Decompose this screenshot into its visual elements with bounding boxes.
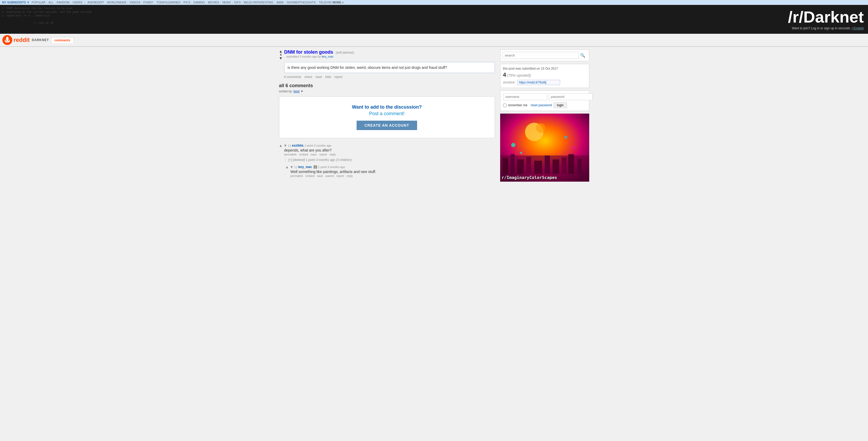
comments-header: all 6 comments: [279, 83, 495, 89]
comment-collapse[interactable]: [-]: [288, 144, 291, 147]
popular-link[interactable]: POPULAR: [32, 1, 45, 4]
videos-link[interactable]: VIDEOS: [129, 1, 141, 4]
nav-sep: -: [105, 1, 106, 4]
snoo-icon: [2, 35, 12, 45]
username-input[interactable]: [503, 94, 547, 100]
pics-link[interactable]: PICS: [183, 1, 190, 4]
downvote-button[interactable]: ▼: [279, 56, 283, 60]
askreddit-link[interactable]: ASKREDDIT: [88, 1, 104, 4]
nav-sep: -: [70, 1, 71, 4]
embed-link[interactable]: embed: [299, 153, 308, 156]
todayilearned-link[interactable]: TODAYILEARNED: [156, 1, 181, 4]
televisi-link[interactable]: TELEVISI: [319, 1, 332, 4]
report-link[interactable]: report: [319, 153, 327, 156]
more-link[interactable]: MORE »: [333, 1, 343, 4]
svg-rect-15: [526, 157, 531, 174]
comment-upvote-2[interactable]: ▲: [285, 165, 289, 169]
create-account-box: Want to add to the discussion? Post a co…: [279, 96, 495, 138]
nav-sep: -: [55, 1, 56, 4]
comment-meta: 1 point 3 months ago: [305, 144, 332, 147]
mildly-link[interactable]: MILDLYINTERESTING: [244, 1, 273, 4]
post-title-link[interactable]: DNM for stolen goods: [284, 49, 333, 55]
report-post-link[interactable]: report: [334, 75, 342, 79]
sort-select[interactable]: best: [294, 90, 300, 93]
comment-author-link[interactable]: exzibita: [292, 144, 303, 147]
nav-sep: -: [242, 1, 243, 4]
reset-password-link[interactable]: reset password: [531, 103, 552, 107]
shortlink-input[interactable]: [517, 80, 560, 85]
gaming-link[interactable]: GAMING: [193, 1, 205, 4]
header-banner: // DOOM determines the sky texture to be…: [0, 5, 868, 34]
comment-count-link[interactable]: 6 comments: [284, 75, 301, 79]
permalink-link[interactable]: permalink: [284, 153, 297, 156]
my-subreddits-link[interactable]: MY SUBREDDITS ▼: [2, 1, 30, 4]
remember-me-checkbox[interactable]: [503, 104, 506, 107]
decorative-svg: [500, 113, 589, 182]
funny-link[interactable]: FUNNY: [143, 1, 153, 4]
submitted-info: this post was submitted on 15 Oct 2017: [503, 67, 586, 70]
nav-sep: -: [206, 1, 207, 4]
reddit-logo[interactable]: reddit: [2, 35, 30, 45]
comment-actions: permalink embed save report reply: [284, 153, 495, 156]
worldnews-link[interactable]: WORLDNEWS: [107, 1, 126, 4]
create-account-button[interactable]: CREATE AN ACCOUNT: [356, 121, 417, 130]
comment-author-link-2[interactable]: tery_mac: [298, 165, 312, 169]
sort-dropdown-icon[interactable]: ▼: [301, 90, 304, 93]
random-link[interactable]: RANDOM: [57, 1, 69, 4]
gifs-link[interactable]: GIFS: [234, 1, 241, 4]
comment-collapse-2[interactable]: [-]: [294, 165, 297, 169]
upvote-button[interactable]: ▲: [279, 49, 283, 53]
report-link-2[interactable]: report: [336, 174, 344, 177]
news-link[interactable]: NEWS: [222, 1, 231, 4]
subreddit-image-label: r/ImaginaryColorScapes: [502, 175, 557, 180]
join-label: Want to join? Log in or sign up in secon…: [792, 27, 852, 30]
nav-sep: -: [285, 1, 286, 4]
reply-link[interactable]: reply: [330, 153, 336, 156]
post-info: DNM for stolen goods (self.darknet) subm…: [284, 49, 354, 58]
expand-collapsed[interactable]: [+]: [288, 158, 292, 162]
comment-body: depends, what are you after?: [284, 148, 495, 152]
share-link[interactable]: share: [305, 75, 312, 79]
comment-body-2: Well something like paintings, artifacts…: [290, 170, 495, 174]
svg-rect-21: [578, 159, 582, 174]
nav-sep: -: [232, 1, 233, 4]
post-meta: submitted 3 months ago by tery_mac: [286, 55, 354, 58]
nav-sep: -: [220, 1, 221, 4]
comment-downvote-2[interactable]: ▼: [290, 165, 293, 169]
post-author-link[interactable]: tery_mac: [322, 55, 334, 58]
users-link[interactable]: USERS: [72, 1, 83, 4]
movies-link[interactable]: MOVIES: [208, 1, 219, 4]
save-link-2[interactable]: save: [317, 174, 323, 177]
all-link[interactable]: ALL: [49, 1, 54, 4]
aww-link[interactable]: AWW: [276, 1, 284, 4]
search-input[interactable]: [502, 52, 579, 59]
save-post-link[interactable]: save: [315, 75, 322, 79]
embed-link-2[interactable]: embed: [306, 174, 314, 177]
top-navigation: MY SUBREDDITS ▼ POPULAR - ALL - RANDOM -…: [0, 0, 868, 5]
post-actions: 6 comments share save hide report: [284, 75, 495, 79]
subreddit-image[interactable]: r/ImaginaryColorScapes: [500, 113, 589, 182]
code-background: // DOOM determines the sky texture to be…: [0, 5, 763, 34]
showerthoughts-link[interactable]: SHOWERTHOUGHTS: [287, 1, 316, 4]
svg-point-23: [564, 136, 567, 139]
language-link[interactable]: English: [854, 27, 864, 30]
comment-tag: S: [314, 165, 317, 169]
main-content: ▲ 4 ▼ DNM for stolen goods (self.darknet…: [279, 49, 495, 182]
comment-downvote[interactable]: ▼: [283, 143, 287, 147]
comments-tab[interactable]: comments: [51, 37, 73, 43]
login-button[interactable]: login: [554, 102, 567, 108]
comment-upvote[interactable]: ▲: [279, 143, 283, 147]
svg-point-25: [520, 152, 522, 154]
save-link[interactable]: save: [311, 153, 317, 156]
svg-point-7: [8, 40, 9, 41]
permalink-link-2[interactable]: permalink: [290, 174, 303, 177]
reply-link-2[interactable]: reply: [347, 174, 353, 177]
upvoted-text: (75% upvoted): [507, 73, 531, 77]
password-input[interactable]: [549, 94, 593, 100]
search-button[interactable]: 🔍: [579, 52, 587, 59]
hide-link[interactable]: hide: [325, 75, 331, 79]
comment-c1: ▲ ▼ [-] exzibita 1 point 3 months ago de…: [279, 143, 495, 162]
parent-link[interactable]: parent: [326, 174, 334, 177]
nav-pipe: |: [85, 1, 85, 4]
vote-controls: ▲ 4 ▼: [279, 49, 283, 60]
